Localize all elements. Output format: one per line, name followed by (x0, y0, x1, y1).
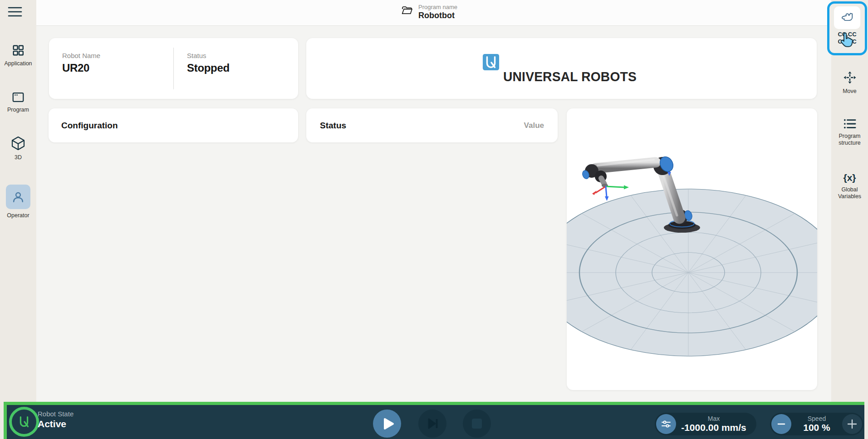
max-label: Max (677, 415, 751, 422)
move-arrows-icon (843, 70, 857, 85)
sidebar-item-operator[interactable]: Operator (0, 185, 36, 219)
max-value: -1000.00 mm/s (677, 422, 751, 433)
program-header[interactable]: Program name Robotbot (401, 4, 457, 20)
speed-pill: Speed 100 % (770, 413, 863, 435)
brand-card: UNIVERSAL ROBOTS (306, 38, 817, 99)
sidebar-item-label: Move (843, 88, 857, 95)
robot-state-value: Active (38, 418, 74, 429)
universal-robots-logo: UNIVERSAL ROBOTS (482, 54, 646, 82)
configuration-panel: Configuration (49, 108, 298, 142)
left-sidebar: Application Program 3D (0, 0, 36, 439)
robot-status-label: Status (187, 52, 206, 59)
tool-icon-box (834, 6, 860, 29)
robot-state-text: Robot State Active (38, 410, 74, 429)
program-window-icon (11, 91, 25, 103)
speed-increase-button[interactable] (842, 414, 862, 434)
folder-icon (401, 5, 413, 18)
speed-settings-button[interactable] (656, 414, 676, 434)
ur-glyph-icon (15, 413, 33, 430)
footer-bar: Robot State Active (4, 402, 864, 439)
sidebar-item-label: Operator (7, 212, 29, 219)
robot-arm-3d-render (567, 108, 817, 390)
selected-item-background (6, 185, 30, 209)
minus-icon (776, 419, 786, 429)
configuration-title: Configuration (61, 121, 118, 131)
skip-button[interactable] (418, 410, 446, 438)
sidebar-item-label-line2: structure (839, 140, 861, 146)
skip-icon (418, 410, 446, 438)
sidebar-item-label-line1: Program (839, 133, 861, 139)
cube-icon (10, 136, 26, 151)
app-grid-icon (11, 44, 25, 57)
max-speed-readout: Max -1000.00 mm/s (677, 415, 751, 433)
right-sidebar: CC,CC CC,CC Move (831, 0, 868, 439)
program-name-value: Robotbot (418, 11, 457, 20)
variables-icon: {x} (843, 172, 856, 183)
hamburger-menu-button[interactable] (7, 5, 23, 18)
robot-name-value: UR20 (62, 62, 89, 74)
speed-readout: Speed 100 % (792, 415, 842, 433)
play-button[interactable] (373, 410, 401, 438)
divider (173, 48, 174, 89)
program-name-label: Program name (418, 4, 457, 10)
plus-icon (846, 418, 858, 430)
list-icon (843, 118, 857, 130)
ur-monogram-icon (482, 54, 500, 71)
freedrive-hand-icon (839, 10, 855, 25)
sidebar-item-move[interactable]: Move (831, 70, 868, 95)
sidebar-item-label: Program (7, 107, 29, 113)
highlighted-tool-button[interactable]: CC,CC CC,CC (827, 1, 867, 55)
sidebar-item-label-line2: Variables (838, 193, 861, 200)
robot-3d-viewport[interactable] (567, 108, 817, 390)
speed-decrease-button[interactable] (771, 414, 791, 434)
sidebar-item-application[interactable]: Application (0, 44, 36, 67)
robot-name-label: Robot Name (62, 52, 100, 59)
hamburger-icon (7, 5, 23, 18)
polyscope-screen: Program name Robotbot Application (0, 0, 868, 439)
sidebar-item-label-line1: Global (841, 186, 858, 193)
value-column-header: Value (524, 121, 544, 130)
sidebar-item-label: 3D (15, 154, 22, 161)
status-title: Status (320, 121, 346, 131)
robot-info-card: Robot Name UR20 Status Stopped (49, 38, 298, 99)
person-icon (11, 190, 25, 204)
sidebar-item-label: Application (4, 60, 32, 67)
robot-state-label: Robot State (38, 410, 74, 418)
robot-state-badge (9, 407, 39, 437)
hand-cursor-icon (839, 32, 855, 51)
speed-label: Speed (792, 415, 842, 422)
sidebar-item-global-variables[interactable]: {x} Global Variables (831, 172, 868, 200)
sidebar-item-program-structure[interactable]: Program structure (831, 118, 868, 146)
speed-value: 100 % (792, 422, 842, 433)
sidebar-item-3d[interactable]: 3D (0, 136, 36, 161)
brand-text: UNIVERSAL ROBOTS (503, 69, 637, 84)
sliders-icon (661, 419, 672, 429)
sidebar-item-program[interactable]: Program (0, 91, 36, 113)
robot-status-value: Stopped (187, 62, 230, 74)
stop-icon (463, 410, 491, 438)
max-speed-pill: Max -1000.00 mm/s (655, 413, 756, 435)
play-icon (373, 410, 401, 438)
stop-button[interactable] (463, 410, 491, 438)
status-panel: Status Value (306, 108, 558, 142)
